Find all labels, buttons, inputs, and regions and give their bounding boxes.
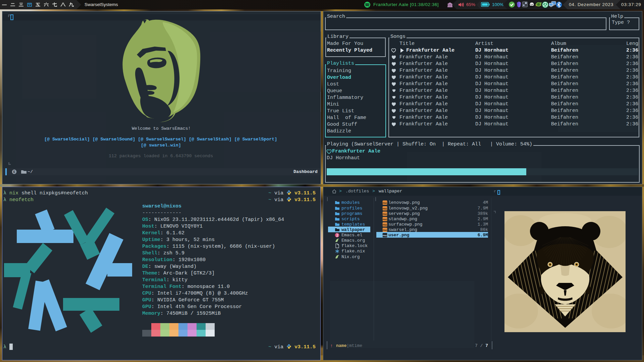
svg-text:E: E [13, 170, 15, 174]
svg-text:PNG: PNG [383, 234, 387, 237]
svg-text:PNG: PNG [383, 207, 387, 210]
svg-text:PNG: PNG [383, 213, 387, 215]
svg-text:PNG: PNG [383, 202, 387, 204]
svg-text:PNG: PNG [383, 218, 387, 221]
svg-text:PNG: PNG [383, 229, 387, 231]
svg-text:PNG: PNG [383, 224, 387, 226]
